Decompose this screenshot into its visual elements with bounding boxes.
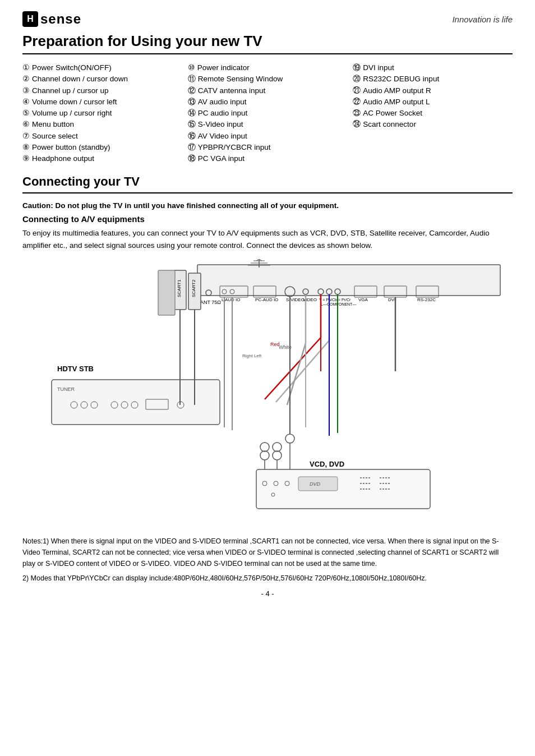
item-label: S-Video input: [198, 119, 243, 130]
list-item: ⑭ PC audio input: [188, 108, 348, 119]
item-label: Channel up / cursor up: [32, 85, 109, 96]
list-item: ㉑ Audio AMP output R: [353, 85, 513, 96]
item-label: AC Power Socket: [363, 108, 422, 119]
item-label: Power indicator: [197, 62, 250, 73]
item-label: DVI input: [363, 62, 394, 73]
item-num: ⑧: [22, 142, 30, 153]
svg-text:DVD: DVD: [310, 481, 321, 487]
svg-rect-28: [158, 270, 175, 315]
caution-text: Caution: Do not plug the TV in until you…: [22, 201, 513, 210]
list-item: ㉔ Scart connector: [353, 119, 513, 130]
connection-diagram: ANT 75Ω L AUD IO PC-AUD IO S-VIDEO VIDEO…: [22, 259, 513, 528]
list-item: ② Channel down / cursor down: [22, 73, 182, 85]
item-label: PC VGA input: [198, 153, 245, 164]
svg-point-81: [285, 434, 294, 443]
item-num: ③: [22, 85, 30, 96]
list-item: ⑩ Power indicator: [188, 62, 348, 73]
item-num: ⑨: [22, 153, 30, 164]
svg-text:VIDEO: VIDEO: [303, 297, 317, 302]
item-num: ⑬: [188, 96, 196, 108]
item-label: Headphone output: [32, 153, 94, 164]
svg-text:L—COMPONENT—: L—COMPONENT—: [321, 302, 356, 306]
item-label: RS232C DEBUG input: [363, 73, 439, 85]
item-num: ⑫: [188, 85, 196, 96]
item-label: Audio AMP output R: [363, 85, 431, 96]
svg-point-77: [260, 442, 269, 451]
connecting-section-title: Connecting your TV: [22, 174, 513, 189]
list-item: ⑰ YPBPR/YCBCR input: [188, 142, 348, 153]
item-num: ㉓: [353, 108, 361, 119]
tagline: Innovation is life: [452, 15, 513, 24]
note2: 2) Modes that YPbPr\YCbCr can display in…: [22, 573, 513, 584]
list-item: ㉒ Audio AMP output L: [353, 96, 513, 108]
item-label: Remote Sensing Window: [198, 73, 283, 85]
item-num: ①: [22, 62, 30, 73]
list-item: ① Power Switch(ON/OFF): [22, 62, 182, 73]
svg-text:RS-232C: RS-232C: [417, 297, 436, 302]
list-item: ⑥ Menu button: [22, 119, 182, 130]
list-item: ⑤ Volume up / cursor right: [22, 108, 182, 119]
svg-text:Y = Pb/Cb = Pr/Cr: Y = Pb/Cb = Pr/Cr: [319, 298, 351, 302]
list-item: ㉓ AC Power Socket: [353, 108, 513, 119]
title-divider: [22, 53, 513, 54]
item-num: ⑤: [22, 108, 30, 119]
item-label: PC audio input: [198, 108, 248, 119]
svg-text:VGA: VGA: [358, 297, 368, 302]
list-item: ⑮ S-Video input: [188, 119, 348, 130]
item-num: ⑱: [188, 153, 196, 164]
subsection-title: Connecting to A/V equipments: [22, 214, 513, 224]
svg-point-84: [273, 451, 282, 460]
list-item: ⑪ Remote Sensing Window: [188, 73, 348, 85]
item-num: ⑩: [188, 62, 195, 73]
page-title: Preparation for Using your new TV: [22, 33, 513, 50]
item-num: ⑥: [22, 119, 30, 130]
item-label: Source select: [32, 131, 78, 142]
hdtv-label: HDTV STB: [57, 365, 94, 373]
items-grid: ① Power Switch(ON/OFF) ② Channel down / …: [22, 62, 513, 164]
page-header: H sense Innovation is life: [22, 11, 513, 27]
svg-text:PC-AUD IO: PC-AUD IO: [255, 297, 278, 302]
item-num: ④: [22, 96, 30, 108]
notes-area: Notes:1) When there is signal input on t…: [22, 536, 513, 584]
note1: Notes:1) When there is signal input on t…: [22, 536, 513, 569]
list-item: ⑨ Headphone output: [22, 153, 182, 164]
item-label: YPBPR/YCBCR input: [198, 142, 271, 153]
svg-text:S-VIDEO: S-VIDEO: [286, 297, 305, 302]
list-item: ⑦ Source select: [22, 131, 182, 142]
item-num: ⑲: [353, 62, 361, 73]
item-label: AV Video input: [198, 131, 247, 142]
list-item: ⑳ RS232C DEBUG input: [353, 73, 513, 85]
svg-text:TUNER: TUNER: [57, 386, 75, 392]
logo: H sense: [22, 11, 81, 27]
item-num: ②: [22, 73, 30, 85]
item-num: ⑰: [188, 142, 196, 153]
items-col2: ⑩ Power indicator ⑪ Remote Sensing Windo…: [188, 62, 348, 164]
svg-rect-60: [256, 469, 430, 509]
item-num: ⑯: [188, 131, 196, 142]
items-col1: ① Power Switch(ON/OFF) ② Channel down / …: [22, 62, 182, 164]
list-item: ⑧ Power button (standby): [22, 142, 182, 153]
list-item: ⑱ PC VGA input: [188, 153, 348, 164]
connecting-divider: [22, 192, 513, 193]
item-label: Volume up / cursor right: [32, 108, 112, 119]
list-item: ⑬ AV audio input: [188, 96, 348, 108]
svg-text:Right   Left: Right Left: [242, 353, 262, 358]
item-num: ㉒: [353, 96, 361, 108]
svg-text:DVI: DVI: [388, 297, 395, 302]
svg-text:ANT 75Ω: ANT 75Ω: [200, 299, 221, 305]
svg-text:SCART1: SCART1: [177, 279, 182, 297]
item-label: Audio AMP output L: [363, 96, 430, 108]
item-label: Channel down / cursor down: [32, 73, 128, 85]
svg-rect-0: [197, 265, 500, 296]
item-num: ⑳: [353, 73, 361, 85]
item-label: Volume down / cursor left: [32, 96, 117, 108]
list-item: ③ Channel up / cursor up: [22, 85, 182, 96]
item-num: ㉑: [353, 85, 361, 96]
svg-point-83: [260, 451, 269, 460]
item-label: AV audio input: [198, 96, 247, 108]
logo-icon: H: [22, 11, 38, 27]
item-num: ㉔: [353, 119, 361, 130]
items-col3: ⑲ DVI input ⑳ RS232C DEBUG input ㉑ Audio…: [353, 62, 513, 164]
logo-text: sense: [40, 11, 81, 27]
diagram-area: ANT 75Ω L AUD IO PC-AUD IO S-VIDEO VIDEO…: [22, 259, 513, 530]
